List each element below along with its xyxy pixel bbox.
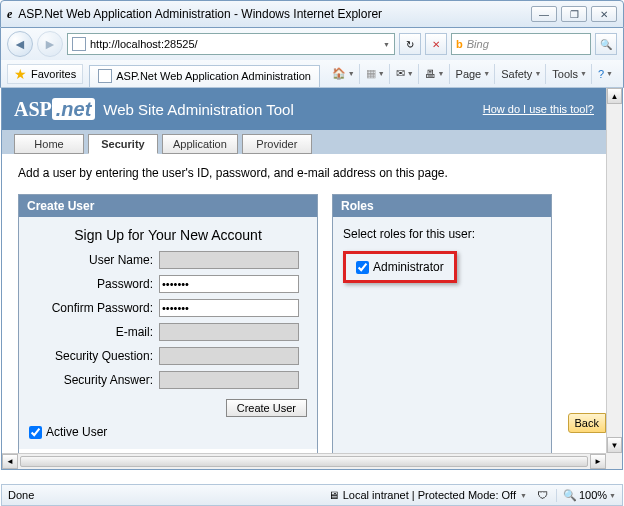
rss-icon: ▦ bbox=[366, 67, 376, 80]
forward-nav-button[interactable]: ► bbox=[37, 31, 63, 57]
tools-cmd-button[interactable]: Tools▼ bbox=[548, 64, 592, 84]
back-nav-button[interactable]: ◄ bbox=[7, 31, 33, 57]
active-user-checkbox[interactable] bbox=[29, 426, 42, 439]
search-box[interactable]: b Bing bbox=[451, 33, 591, 55]
admin-tabbar: Home Security Application Provider bbox=[2, 130, 606, 154]
favorites-bar: ★ Favorites ASP.Net Web Application Admi… bbox=[0, 60, 624, 88]
scroll-corner bbox=[606, 453, 622, 469]
security-question-input[interactable] bbox=[159, 347, 299, 365]
address-bar[interactable]: ▼ bbox=[67, 33, 395, 55]
create-user-button[interactable]: Create User bbox=[226, 399, 307, 417]
tab-provider[interactable]: Provider bbox=[242, 134, 312, 154]
create-user-header: Create User bbox=[19, 195, 317, 217]
banner-subtitle: Web Site Administration Tool bbox=[103, 101, 293, 118]
favorites-button[interactable]: ★ Favorites bbox=[7, 64, 83, 84]
password-input[interactable] bbox=[159, 275, 299, 293]
confirm-label: Confirm Password: bbox=[29, 301, 159, 315]
protected-mode-icon[interactable]: 🛡 bbox=[537, 489, 548, 501]
nav-toolbar: ◄ ► ▼ ↻ ✕ b Bing 🔍 bbox=[0, 28, 624, 60]
confirm-password-input[interactable] bbox=[159, 299, 299, 317]
zoom-dropdown-icon[interactable]: ▼ bbox=[609, 492, 616, 499]
tab-security[interactable]: Security bbox=[88, 134, 158, 154]
email-input[interactable] bbox=[159, 323, 299, 341]
browser-tab[interactable]: ASP.Net Web Application Administration bbox=[89, 65, 320, 87]
back-button[interactable]: Back bbox=[568, 413, 606, 433]
safety-cmd-label: Safety bbox=[501, 68, 532, 80]
home-cmd-button[interactable]: 🏠▼ bbox=[328, 64, 360, 84]
status-bar: Done 🖥 Local intranet | Protected Mode: … bbox=[1, 484, 623, 506]
command-bar: 🏠▼ ▦▼ ✉▼ 🖶▼ Page▼ Safety▼ Tools▼ ?▼ bbox=[328, 64, 617, 84]
favorites-label: Favorites bbox=[31, 68, 76, 80]
instruction-text: Add a user by entering the user's ID, pa… bbox=[18, 166, 590, 180]
print-cmd-button[interactable]: 🖶▼ bbox=[421, 64, 450, 84]
roles-header: Roles bbox=[333, 195, 551, 217]
scroll-left-icon[interactable]: ◄ bbox=[2, 454, 18, 469]
asp-logo: ASP.net bbox=[14, 98, 95, 121]
maximize-button[interactable]: ❐ bbox=[561, 6, 587, 22]
ie-icon: e bbox=[7, 7, 12, 22]
scroll-thumb[interactable] bbox=[20, 456, 588, 467]
url-dropdown-icon[interactable]: ▼ bbox=[383, 41, 390, 48]
print-icon: 🖶 bbox=[425, 68, 436, 80]
security-answer-input[interactable] bbox=[159, 371, 299, 389]
feeds-cmd-button[interactable]: ▦▼ bbox=[362, 64, 390, 84]
zone-dropdown-icon[interactable]: ▼ bbox=[520, 492, 527, 499]
search-go-button[interactable]: 🔍 bbox=[595, 33, 617, 55]
email-label: E-mail: bbox=[29, 325, 159, 339]
role-administrator-checkbox[interactable] bbox=[356, 261, 369, 274]
url-input[interactable] bbox=[90, 38, 379, 50]
scroll-right-icon[interactable]: ► bbox=[590, 454, 606, 469]
username-label: User Name: bbox=[29, 253, 159, 267]
admin-banner: ASP.net Web Site Administration Tool How… bbox=[2, 88, 606, 130]
zone-text: Local intranet | Protected Mode: Off bbox=[343, 489, 516, 501]
refresh-button[interactable]: ↻ bbox=[399, 33, 421, 55]
zoom-value: 100% bbox=[579, 489, 607, 501]
help-icon: ? bbox=[598, 68, 604, 80]
safety-cmd-button[interactable]: Safety▼ bbox=[497, 64, 546, 84]
page-icon bbox=[72, 37, 86, 51]
tab-application[interactable]: Application bbox=[162, 134, 238, 154]
status-done: Done bbox=[8, 489, 34, 501]
logo-asp: ASP bbox=[14, 98, 52, 120]
horizontal-scrollbar[interactable]: ◄ ► bbox=[2, 453, 606, 469]
role-administrator-label: Administrator bbox=[373, 260, 444, 274]
zoom-icon: 🔍 bbox=[563, 489, 577, 502]
roles-panel: Roles Select roles for this user: Admini… bbox=[332, 194, 552, 453]
username-input[interactable] bbox=[159, 251, 299, 269]
star-icon: ★ bbox=[14, 66, 27, 82]
help-link[interactable]: How do I use this tool? bbox=[483, 103, 594, 115]
minimize-button[interactable]: — bbox=[531, 6, 557, 22]
tab-page-icon bbox=[98, 69, 112, 83]
mail-icon: ✉ bbox=[396, 67, 405, 80]
signup-title: Sign Up for Your New Account bbox=[29, 227, 307, 243]
create-user-panel: Create User Sign Up for Your New Account… bbox=[18, 194, 318, 453]
bing-icon: b bbox=[456, 38, 463, 50]
scroll-down-icon[interactable]: ▼ bbox=[607, 437, 622, 453]
mail-cmd-button[interactable]: ✉▼ bbox=[392, 64, 419, 84]
window-title: ASP.Net Web Application Administration -… bbox=[18, 7, 382, 21]
vertical-scrollbar[interactable]: ▲ ▼ bbox=[606, 88, 622, 453]
roles-prompt: Select roles for this user: bbox=[343, 227, 541, 241]
stop-button[interactable]: ✕ bbox=[425, 33, 447, 55]
page-cmd-button[interactable]: Page▼ bbox=[452, 64, 496, 84]
zone-icon: 🖥 bbox=[328, 489, 339, 501]
tools-cmd-label: Tools bbox=[552, 68, 578, 80]
page-cmd-label: Page bbox=[456, 68, 482, 80]
role-highlight-box: Administrator bbox=[343, 251, 457, 283]
answer-label: Security Answer: bbox=[29, 373, 159, 387]
tab-title: ASP.Net Web Application Administration bbox=[116, 70, 311, 82]
password-label: Password: bbox=[29, 277, 159, 291]
search-placeholder: Bing bbox=[467, 38, 489, 50]
question-label: Security Question: bbox=[29, 349, 159, 363]
help-cmd-button[interactable]: ?▼ bbox=[594, 64, 617, 84]
tab-home[interactable]: Home bbox=[14, 134, 84, 154]
content-area: ASP.net Web Site Administration Tool How… bbox=[1, 88, 623, 470]
window-titlebar: e ASP.Net Web Application Administration… bbox=[0, 0, 624, 28]
home-icon: 🏠 bbox=[332, 67, 346, 80]
logo-net: .net bbox=[52, 98, 96, 120]
close-button[interactable]: ✕ bbox=[591, 6, 617, 22]
scroll-up-icon[interactable]: ▲ bbox=[607, 88, 622, 104]
zoom-control[interactable]: 🔍 100% ▼ bbox=[556, 489, 616, 502]
active-user-label: Active User bbox=[46, 425, 107, 439]
